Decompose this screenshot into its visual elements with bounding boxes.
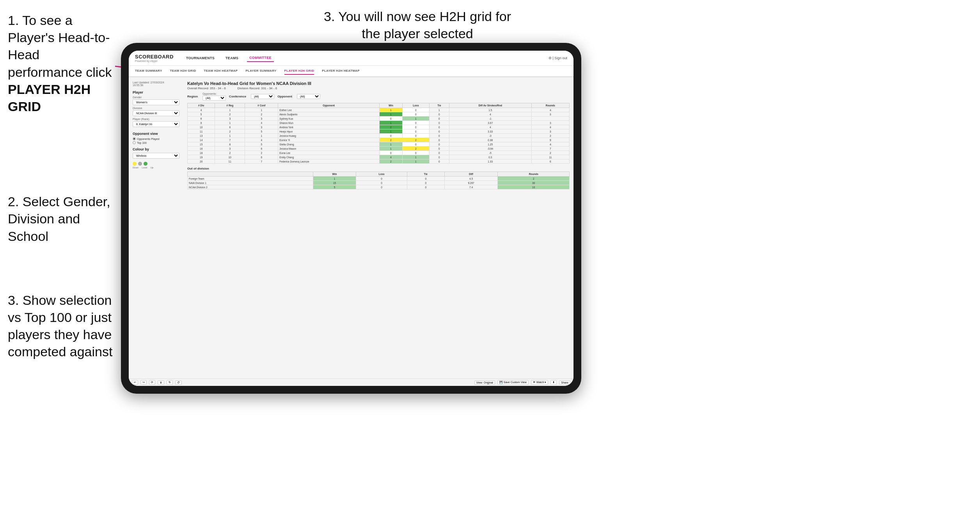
reset-button[interactable]: ⟳ [149,380,155,385]
nav-teams[interactable]: TEAMS [223,55,241,62]
cell-diff: 1.5 [449,108,531,112]
redo-button[interactable]: ↪ [140,380,147,385]
cell-opponent: Alexis Sudjianto [278,112,380,117]
th-conf: # Conf [245,103,278,108]
ood-cell-name: NCAA Division 2 [188,185,313,189]
ood-cell-name: Foreign Team [188,177,313,181]
cell-div: 4 [188,108,215,112]
table-row: 5 2 2 Alexis Sudjianto 1 0 0 4 3 [188,112,570,117]
cell-rounds: 3 [531,121,569,125]
step2-block: 2. Select Gender, Division and School [8,193,117,245]
ood-cell-rounds: 10 [498,185,570,189]
watch-button[interactable]: 👁 Watch ▾ [531,380,548,385]
cell-win: 1 [380,121,403,125]
sub-nav-player-h2h-heatmap[interactable]: PLAYER H2H HEATMAP [322,67,360,75]
player-rank-select[interactable]: 8. Katelyn Vo [133,121,179,127]
cell-conf: 6 [245,155,278,159]
overall-record: Overall Record: 353 - 34 - 6 [187,87,226,90]
cell-opponent: Euna Lee [278,151,380,155]
ood-cell-loss: 0 [356,181,407,185]
left-panel: Last Updated: 27/03/2024 16:55:38 Player… [129,77,183,378]
cell-rounds [531,117,569,121]
cell-diff: -3 [449,134,531,138]
last-updated: Last Updated: 27/03/2024 16:55:38 [133,81,179,87]
radio-opponents-played[interactable]: Opponents Played [133,137,179,140]
instructions-panel: 1. To see a Player's Head-to-Head perfor… [0,0,125,527]
save-icon: 💾 [499,381,503,384]
cell-rounds: 11 [531,155,569,159]
undo-button[interactable]: ↩ [132,380,138,385]
cell-diff: 3.33 [449,129,531,134]
nav-committee[interactable]: COMMITTEE [247,54,274,62]
share-button[interactable]: Share [559,380,570,385]
cell-opponent: Emily Chang [278,155,380,159]
ood-table-row: NCAA Division 2 5 0 0 7.4 10 [188,185,570,189]
radio-top-100[interactable]: Top 100 [133,141,179,144]
division-select[interactable]: NCAA Division III [133,110,179,116]
cell-loss: 1 [402,117,429,121]
th-rounds: Rounds [531,103,569,108]
cell-loss: 2 [402,147,429,151]
cell-conf: 2 [245,151,278,155]
refresh-button[interactable]: ↻ [167,380,173,385]
table-row: 9 1 4 Sharon Mun 1 0 0 3.67 3 [188,121,570,125]
cell-win: 1 [380,129,403,134]
cell-win: 0 [380,151,403,155]
opponent-filter-select[interactable]: (All) [297,94,320,99]
cell-div: 5 [188,112,215,117]
view-original-button[interactable]: View: Original [474,380,495,385]
gender-select[interactable]: Women's [133,99,179,105]
h2h-table: # Div # Reg # Conf Opponent Win Loss Tie… [187,103,570,164]
region-filter-select[interactable]: (All) [202,95,226,101]
cell-win: 2 [380,125,403,129]
step1-bold: PLAYER H2H GRID [8,81,117,115]
colour-section: Colour by Win/loss Down Level Up [133,147,179,169]
cell-rounds: 4 [531,125,569,129]
colour-select[interactable]: Win/loss [133,153,179,159]
cell-reg: 3 [215,117,245,121]
pause-button[interactable]: ⏸ [158,380,164,385]
cell-loss: 0 [402,129,429,134]
ood-cell-diff: 7.4 [444,185,498,189]
sub-nav-player-summary[interactable]: PLAYER SUMMARY [245,67,276,75]
cell-div: 13 [188,134,215,138]
conference-filter-select[interactable]: (All) [251,94,274,99]
cell-conf: 5 [245,142,278,147]
cell-tie: 0 [430,117,449,121]
download-button[interactable]: ⬇ [550,380,557,385]
cell-tie: 0 [430,155,449,159]
division-record: Division Record: 331 - 34 - 6 [238,87,277,90]
sub-nav-team-h2h-grid[interactable]: TEAM H2H GRID [170,67,196,75]
opponent-view-label: Opponent view [133,132,179,136]
cell-rounds: 3 [531,112,569,117]
player-section-title: Player [133,90,179,94]
table-row: 19 10 6 Emily Chang 4 1 0 0.3 11 [188,155,570,159]
colour-dot-up [144,162,147,166]
cell-opponent: Sydney Kuo [278,117,380,121]
ood-table-body: Foreign Team 1 0 0 4.5 2 NAIA Division 1… [188,177,570,189]
sign-out-link[interactable]: ⚙ | Sign out [549,56,567,60]
conference-filter-title: Conference [229,95,246,98]
opponent-filter-group: (All) [297,94,320,99]
cell-diff: -5 [449,151,531,155]
cell-reg: 1 [215,134,245,138]
ood-cell-name: NAIA Division 1 [188,181,313,185]
cell-loss: 0 [402,112,429,117]
clock-button[interactable]: ⏱ [175,380,182,385]
cell-div: 10 [188,125,215,129]
save-custom-view-button[interactable]: 💾 Save Custom View [497,380,529,385]
nav-tournaments[interactable]: TOURNAMENTS [184,55,217,62]
cell-tie: 0 [430,159,449,164]
step2-text: 2. Select Gender, Division and School [8,193,117,245]
cell-div: 15 [188,142,215,147]
tablet-screen: SCOREBOARD Powered by clippd TOURNAMENTS… [129,51,573,386]
sub-nav-team-h2h-heatmap[interactable]: TEAM H2H HEATMAP [204,67,238,75]
sub-nav-player-h2h-grid[interactable]: PLAYER H2H GRID [284,67,314,75]
cell-tie: 0 [430,134,449,138]
ood-th-loss: Loss [356,172,407,177]
sub-nav-team-summary[interactable]: TEAM SUMMARY [135,67,162,75]
cell-reg: 11 [215,159,245,164]
ood-th-win: Win [313,172,356,177]
cell-reg: 2 [215,129,245,134]
table-row: 10 6 3 Andrea York 2 0 0 4 4 [188,125,570,129]
